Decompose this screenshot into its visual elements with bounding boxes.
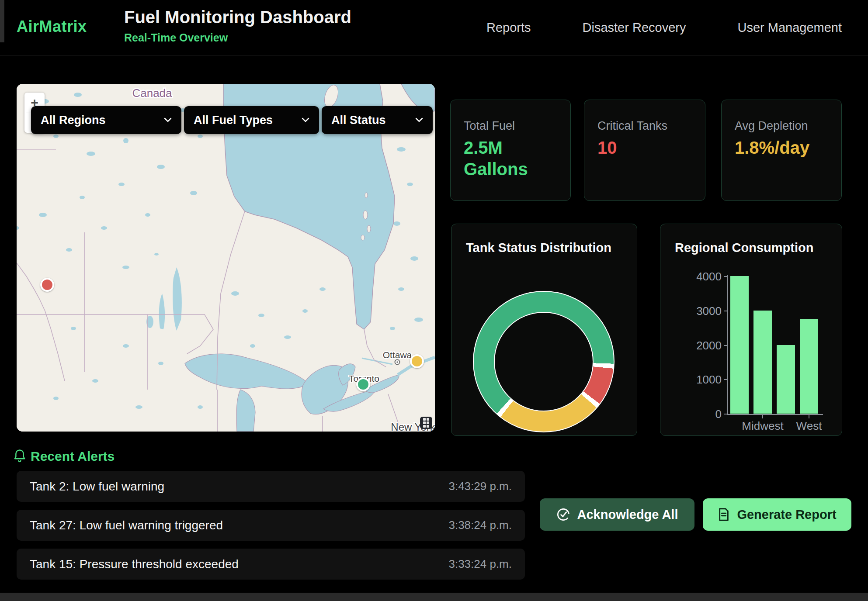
x-tick-label: West xyxy=(778,419,840,433)
stat-value: 2.5M Gallons xyxy=(464,137,542,180)
bar-0 xyxy=(730,276,749,414)
y-tick-label: 0 xyxy=(674,408,722,421)
stat-label: Critical Tanks xyxy=(597,119,705,133)
bar-2 xyxy=(777,345,795,414)
stat-card-avg-depletion: Avg Depletion 1.8%/day xyxy=(721,100,842,201)
y-tick-mark xyxy=(724,414,727,414)
nav-disaster-recovery[interactable]: Disaster Recovery xyxy=(583,21,686,35)
region-filter-dropdown[interactable]: All Regions xyxy=(31,106,181,134)
y-tick-label: 1000 xyxy=(674,373,722,387)
document-icon xyxy=(718,508,730,522)
acknowledge-all-button[interactable]: Acknowledge All xyxy=(540,498,694,531)
screen-edge-strip xyxy=(0,0,4,42)
tank-marker-normal[interactable] xyxy=(356,377,370,391)
check-circle-icon xyxy=(556,508,570,522)
fuel-type-filter-value: All Fuel Types xyxy=(194,114,273,127)
y-tick-mark xyxy=(724,276,727,277)
tank-marker-warning[interactable] xyxy=(410,354,424,368)
generate-report-label: Generate Report xyxy=(737,508,836,522)
bell-icon xyxy=(13,449,26,463)
screen-bottom-strip xyxy=(0,593,868,601)
stat-card-critical-tanks: Critical Tanks 10 xyxy=(584,100,705,201)
alert-timestamp: 3:38:24 p.m. xyxy=(448,518,512,532)
y-tick-label: 2000 xyxy=(674,339,722,352)
alert-row[interactable]: Tank 27: Low fuel warning triggered 3:38… xyxy=(17,510,525,541)
brand-logo: AirMatrix xyxy=(17,17,87,36)
chevron-down-icon xyxy=(415,117,423,123)
regional-consumption-bar-chart: 01000200030004000MidwestWest xyxy=(660,224,843,436)
stat-value: 1.8%/day xyxy=(735,137,800,159)
donut-hole xyxy=(494,312,594,411)
fuel-type-filter-dropdown[interactable]: All Fuel Types xyxy=(184,106,319,134)
nav-reports[interactable]: Reports xyxy=(486,21,531,35)
alert-message: Tank 27: Low fuel warning triggered xyxy=(30,518,223,532)
bar-3 xyxy=(800,319,818,414)
map-panel[interactable]: Canada Ottawa Toronto New York + − All R… xyxy=(17,84,435,432)
stat-card-total-fuel: Total Fuel 2.5M Gallons xyxy=(450,100,571,201)
nav-user-management[interactable]: User Management xyxy=(737,21,842,35)
y-tick-mark xyxy=(724,379,727,380)
bar-1 xyxy=(753,311,772,414)
recent-alerts-heading: Recent Alerts xyxy=(31,449,115,464)
chart-title: Tank Status Distribution xyxy=(466,241,611,255)
y-tick-label: 3000 xyxy=(674,304,722,318)
alert-timestamp: 3:43:29 p.m. xyxy=(448,480,512,493)
y-tick-mark xyxy=(724,311,727,311)
regional-consumption-card: Regional Consumption 01000200030004000Mi… xyxy=(660,224,842,436)
tank-status-donut-chart xyxy=(473,291,615,432)
map-filters: All Regions All Fuel Types All Status xyxy=(31,106,433,134)
label-canada: Canada xyxy=(132,86,172,100)
status-filter-dropdown[interactable]: All Status xyxy=(322,106,433,134)
main-nav: Reports Disaster Recovery User Managemen… xyxy=(486,0,842,55)
stat-label: Avg Depletion xyxy=(735,119,841,133)
y-tick-label: 4000 xyxy=(674,270,722,283)
status-filter-value: All Status xyxy=(331,114,386,127)
tank-marker-critical[interactable] xyxy=(40,278,54,292)
alert-timestamp: 3:33:24 p.m. xyxy=(448,557,512,571)
x-tick-mark xyxy=(809,415,809,418)
label-ottawa: Ottawa xyxy=(383,350,412,360)
region-filter-value: All Regions xyxy=(41,114,106,127)
stat-label: Total Fuel xyxy=(464,119,570,133)
chevron-down-icon xyxy=(164,117,172,123)
alert-message: Tank 2: Low fuel warning xyxy=(30,480,164,494)
generate-report-button[interactable]: Generate Report xyxy=(703,498,851,531)
page-title: Fuel Monitoring Dashboard xyxy=(124,7,351,27)
header: AirMatrix Fuel Monitoring Dashboard Real… xyxy=(0,0,868,56)
alert-row[interactable]: Tank 2: Low fuel warning 3:43:29 p.m. xyxy=(17,471,525,502)
acknowledge-all-label: Acknowledge All xyxy=(577,508,678,522)
page-subtitle: Real-Time Overview xyxy=(124,31,228,44)
y-tick-mark xyxy=(724,345,727,346)
tank-status-card: Tank Status Distribution xyxy=(451,224,637,436)
map-drag-handle-icon[interactable] xyxy=(420,417,432,429)
alert-row[interactable]: Tank 15: Pressure threshold exceeded 3:3… xyxy=(17,549,525,580)
alert-message: Tank 15: Pressure threshold exceeded xyxy=(30,557,239,571)
x-tick-mark xyxy=(762,415,763,418)
chevron-down-icon xyxy=(302,117,309,123)
stat-value: 10 xyxy=(597,137,705,159)
y-axis xyxy=(727,275,728,415)
map-canvas: Canada Ottawa Toronto New York xyxy=(17,84,435,432)
